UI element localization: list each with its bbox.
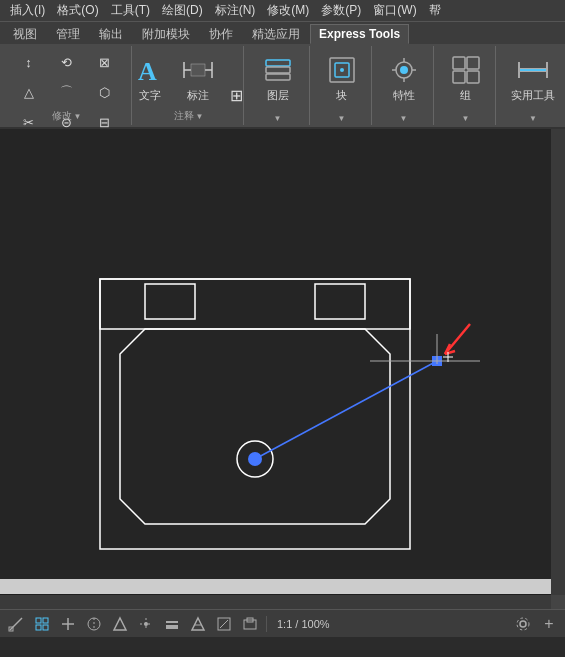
btn-group[interactable]: 组 <box>444 49 488 109</box>
group-label-group: ▼ <box>462 114 470 123</box>
dimension-label: 标注 <box>187 88 209 103</box>
svg-point-48 <box>517 618 529 630</box>
status-btn-snap[interactable] <box>4 613 28 635</box>
group-icon <box>450 54 482 86</box>
svg-point-10 <box>340 68 344 72</box>
drawing-canvas <box>0 129 565 609</box>
group-label: 组 <box>460 88 471 103</box>
status-btn-polar[interactable] <box>82 613 106 635</box>
btn-dimension[interactable]: 标注 <box>176 48 220 108</box>
ribbon-group-utilities: 实用工具 ▼ <box>498 46 565 125</box>
status-bar: 1:1 / 100% + <box>0 609 565 637</box>
group-label-utilities: ▼ <box>529 114 537 123</box>
menu-modify[interactable]: 修改(M) <box>261 0 315 21</box>
tab-addons[interactable]: 附加模块 <box>133 24 199 44</box>
svg-rect-6 <box>266 67 290 73</box>
svg-rect-19 <box>453 71 465 83</box>
status-divider-1 <box>266 616 267 632</box>
status-btn-add[interactable]: + <box>537 613 561 635</box>
group-label-annotate: 注释 ▼ <box>174 109 204 123</box>
btn-utilities[interactable]: 实用工具 <box>505 49 561 109</box>
text-icon: A <box>134 54 166 86</box>
block-label: 块 <box>336 88 347 103</box>
menu-help[interactable]: 帮 <box>423 0 447 21</box>
drawing-area[interactable] <box>0 129 565 609</box>
svg-marker-41 <box>192 618 204 630</box>
status-btn-ortho[interactable] <box>56 613 80 635</box>
tab-collaborate[interactable]: 协作 <box>200 24 242 44</box>
svg-point-38 <box>144 622 148 626</box>
group-label-block: ▼ <box>338 114 346 123</box>
status-btn-transparency[interactable] <box>186 613 210 635</box>
table-icon: ⊞ <box>227 85 247 105</box>
status-btn-otrack[interactable] <box>134 613 158 635</box>
btn-modify-5[interactable]: ⌒ <box>49 78 85 106</box>
horizontal-scrollbar[interactable] <box>0 595 551 609</box>
svg-line-44 <box>220 620 228 628</box>
ribbon-group-layer: 图层 ▼ <box>246 46 310 125</box>
modify-icon-1: ↕ <box>19 52 39 72</box>
menu-annotate[interactable]: 标注(N) <box>209 0 262 21</box>
status-btn-lineweight[interactable] <box>160 613 184 635</box>
ribbon-group-group: 组 ▼ <box>436 46 496 125</box>
menu-draw[interactable]: 绘图(D) <box>156 0 209 21</box>
block-icon <box>326 54 358 86</box>
btn-modify-8[interactable]: ⬡ <box>87 78 123 106</box>
utilities-icon <box>517 54 549 86</box>
ribbon-group-block: 块 ▼ <box>312 46 372 125</box>
tab-view[interactable]: 视图 <box>4 24 46 44</box>
status-btn-ucs[interactable] <box>212 613 236 635</box>
svg-rect-4 <box>191 64 205 76</box>
btn-modify-2[interactable]: △ <box>11 78 47 106</box>
svg-line-25 <box>10 618 22 630</box>
tab-featured[interactable]: 精选应用 <box>243 24 309 44</box>
status-btn-osnap[interactable] <box>108 613 132 635</box>
svg-text:A: A <box>138 57 157 86</box>
svg-rect-39 <box>166 621 178 623</box>
svg-rect-27 <box>36 618 41 623</box>
svg-point-47 <box>520 621 526 627</box>
svg-rect-17 <box>453 57 465 69</box>
vertical-scrollbar[interactable] <box>551 129 565 595</box>
status-btn-grid[interactable] <box>30 613 54 635</box>
tab-express-tools[interactable]: Express Tools <box>310 24 409 44</box>
ribbon-tabs: 视图 管理 输出 附加模块 协作 精选应用 Express Tools <box>0 22 565 44</box>
tab-output[interactable]: 输出 <box>90 24 132 44</box>
ribbon-panel: ↕ △ ✂ ⟲ ⌒ ⊝ <box>0 44 565 129</box>
layer-icon <box>262 54 294 86</box>
btn-modify-1[interactable]: ↕ <box>11 48 47 76</box>
btn-layer[interactable]: 图层 <box>256 49 300 109</box>
layer-label: 图层 <box>267 88 289 103</box>
ribbon-group-properties: 特性 ▼ <box>374 46 434 125</box>
menu-bar: 插入(I) 格式(O) 工具(T) 绘图(D) 标注(N) 修改(M) 参数(P… <box>0 0 565 22</box>
svg-rect-5 <box>266 60 290 66</box>
menu-params[interactable]: 参数(P) <box>315 0 367 21</box>
group-label-modify: 修改 ▼ <box>52 109 82 123</box>
svg-rect-18 <box>467 57 479 69</box>
status-btn-model[interactable] <box>238 613 262 635</box>
properties-label: 特性 <box>393 88 415 103</box>
btn-modify-4[interactable]: ⟲ <box>49 48 85 76</box>
dimension-icon <box>182 54 214 86</box>
properties-icon <box>388 54 420 86</box>
status-scale[interactable]: 1:1 / 100% <box>271 616 336 632</box>
modify-icon-4: ⟲ <box>57 52 77 72</box>
btn-text[interactable]: A 文字 <box>128 48 172 108</box>
modify-icon-5: ⌒ <box>57 82 77 102</box>
btn-modify-7[interactable]: ⊠ <box>87 48 123 76</box>
svg-rect-30 <box>43 625 48 630</box>
status-btn-settings[interactable] <box>511 613 535 635</box>
menu-tools[interactable]: 工具(T) <box>105 0 156 21</box>
menu-window[interactable]: 窗口(W) <box>367 0 422 21</box>
svg-rect-40 <box>166 625 178 629</box>
btn-block[interactable]: 块 <box>320 49 364 109</box>
menu-insert[interactable]: 插入(I) <box>4 0 51 21</box>
svg-rect-20 <box>467 71 479 83</box>
tab-manage[interactable]: 管理 <box>47 24 89 44</box>
scrollbar-corner <box>551 595 565 609</box>
utilities-label: 实用工具 <box>511 88 555 103</box>
btn-properties[interactable]: 特性 <box>382 49 426 109</box>
svg-rect-29 <box>36 625 41 630</box>
menu-format[interactable]: 格式(O) <box>51 0 104 21</box>
svg-point-12 <box>400 66 408 74</box>
